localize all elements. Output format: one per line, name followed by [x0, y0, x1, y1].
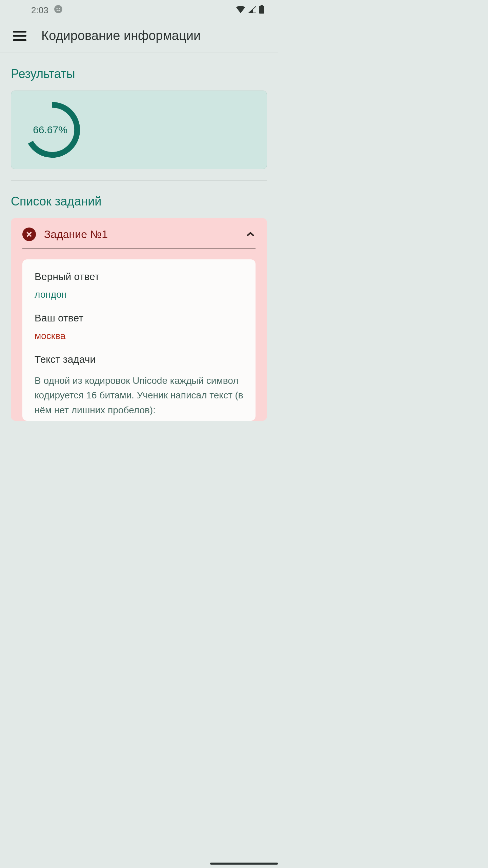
- progress-ring: 66.67%: [23, 101, 81, 159]
- incorrect-icon: [22, 228, 36, 241]
- chevron-up-icon[interactable]: [245, 229, 256, 239]
- correct-answer-value: лондон: [35, 289, 243, 300]
- page-title: Кодирование информации: [41, 28, 201, 43]
- task-card: Задание №1 Верный ответ лондон Ваш ответ…: [11, 218, 267, 421]
- task-text-body: В одной из кодировок Unicode каждый симв…: [35, 373, 243, 417]
- results-card: 66.67%: [11, 91, 267, 169]
- face-icon: [54, 5, 63, 16]
- section-divider: [11, 180, 267, 181]
- battery-icon: [259, 5, 264, 16]
- status-right: [236, 5, 264, 16]
- svg-point-1: [56, 8, 57, 9]
- status-bar: 2:03: [0, 0, 278, 20]
- app-bar: Кодирование информации: [0, 20, 278, 53]
- correct-answer-label: Верный ответ: [35, 271, 243, 282]
- status-left: 2:03: [31, 5, 63, 16]
- svg-point-0: [54, 5, 62, 13]
- tasks-heading: Список заданий: [11, 194, 267, 209]
- task-title: Задание №1: [44, 228, 237, 241]
- svg-rect-3: [261, 5, 263, 6]
- answer-card: Верный ответ лондон Ваш ответ москва Тек…: [22, 259, 256, 421]
- svg-rect-4: [259, 6, 264, 14]
- user-answer-label: Ваш ответ: [35, 312, 243, 324]
- progress-percent-label: 66.67%: [21, 101, 79, 159]
- results-heading: Результаты: [11, 67, 267, 81]
- task-text-label: Текст задачи: [35, 354, 243, 365]
- user-answer-value: москва: [35, 331, 243, 341]
- wifi-icon: [236, 5, 245, 16]
- status-time: 2:03: [31, 5, 48, 16]
- task-header[interactable]: Задание №1: [22, 228, 256, 249]
- cell-signal-icon: [248, 5, 256, 16]
- menu-button[interactable]: [13, 31, 26, 41]
- svg-point-2: [59, 8, 60, 9]
